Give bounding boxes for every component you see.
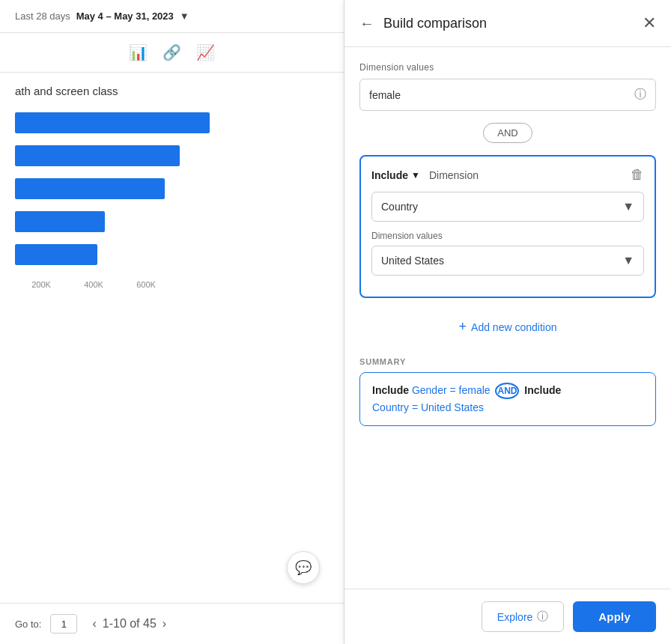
x-label-200k: 200K — [15, 280, 67, 289]
prev-chevron-icon[interactable]: ‹ — [92, 617, 96, 631]
chart-icon[interactable]: 📊 — [129, 43, 148, 61]
condition-header: Include ▼ Dimension 🗑 — [371, 167, 644, 183]
dim-values-label-1: Dimension values — [359, 62, 656, 73]
plus-icon: + — [459, 319, 467, 335]
summary-label: SUMMARY — [359, 357, 656, 366]
share-icon[interactable]: 🔗 — [163, 43, 181, 61]
bottom-bar: Go to: ‹ 1-10 of 45 › — [0, 603, 344, 644]
panel-footer: Explore ⓘ Apply — [344, 589, 671, 644]
bar-chart — [15, 111, 329, 274]
and-pill: AND — [483, 123, 532, 143]
include-label: Include — [371, 169, 408, 181]
summary-gender: Gender = female — [412, 384, 491, 396]
nav-chevrons: ‹ 1-10 of 45 › — [92, 617, 166, 631]
explore-label: Explore — [497, 611, 532, 623]
explore-button[interactable]: Explore ⓘ — [482, 601, 564, 632]
help-icon: ⓘ — [537, 610, 548, 624]
summary-and-circle: AND — [495, 383, 519, 399]
chart-title: ath and screen class — [15, 85, 329, 97]
add-condition-label: Add new condition — [471, 321, 556, 333]
bar-row — [15, 243, 329, 267]
bar-5 — [15, 244, 97, 265]
bar-2 — [15, 145, 180, 166]
dim-values-label-2: Dimension values — [371, 231, 644, 241]
right-panel: ← Build comparison ✕ Dimension values fe… — [344, 0, 671, 644]
panel-header: ← Build comparison ✕ — [344, 0, 671, 47]
feedback-icon: 💬 — [295, 559, 312, 576]
country-select-row[interactable]: Country ▼ — [371, 192, 644, 222]
trend-icon[interactable]: 📈 — [196, 43, 215, 61]
dimension-label: Dimension — [429, 169, 631, 181]
clear-dim-value-button[interactable]: ⓘ — [634, 87, 646, 103]
page-input[interactable] — [50, 614, 77, 634]
next-chevron-icon[interactable]: › — [163, 617, 166, 631]
panel-title: Build comparison — [383, 16, 634, 31]
summary-include1: Include — [372, 384, 409, 396]
bar-row — [15, 111, 329, 135]
x-label-600k: 600K — [120, 280, 172, 289]
left-panel: Last 28 days May 4 – May 31, 2023 ▼ 📊 🔗 … — [0, 0, 344, 644]
and-connector: AND — [359, 123, 656, 143]
condition-box: Include ▼ Dimension 🗑 Country ▼ Dimensio… — [359, 155, 656, 298]
summary-country: Country = United States — [372, 401, 484, 413]
bar-3 — [15, 178, 165, 199]
date-caret-icon[interactable]: ▼ — [180, 10, 189, 22]
include-caret-icon: ▼ — [411, 170, 420, 180]
us-select-row[interactable]: United States ▼ — [371, 246, 644, 276]
panel-back-button[interactable]: ← — [359, 15, 374, 32]
header-bar: Last 28 days May 4 – May 31, 2023 ▼ — [0, 0, 344, 33]
us-caret-icon: ▼ — [622, 254, 634, 267]
feedback-button[interactable]: 💬 — [287, 551, 320, 584]
include-dropdown-button[interactable]: Include ▼ — [371, 169, 420, 181]
country-select-text: Country — [381, 201, 622, 213]
apply-button[interactable]: Apply — [573, 601, 656, 632]
dim-value-text-1: female — [369, 89, 634, 101]
bar-row — [15, 144, 329, 168]
x-axis: 200K 400K 600K — [15, 274, 329, 289]
panel-body: Dimension values female ⓘ AND Include ▼ … — [344, 47, 671, 589]
dim-value-input-row-1: female ⓘ — [359, 79, 656, 111]
last28-label: Last 28 days — [15, 10, 70, 22]
summary-include2: Include — [524, 384, 561, 396]
summary-box: Include Gender = female AND Include Coun… — [359, 372, 656, 426]
bar-1 — [15, 112, 210, 133]
delete-condition-button[interactable]: 🗑 — [631, 167, 644, 183]
panel-close-button[interactable]: ✕ — [643, 13, 656, 33]
date-range-label: May 4 – May 31, 2023 — [76, 10, 174, 22]
add-condition-button[interactable]: + Add new condition — [359, 312, 656, 342]
go-to-label: Go to: — [15, 619, 41, 630]
bar-4 — [15, 211, 105, 232]
pagination-text: 1-10 of 45 — [103, 617, 157, 631]
bar-row — [15, 177, 329, 201]
chart-section: ath and screen class 200K 400K 600K — [0, 73, 344, 603]
country-caret-icon: ▼ — [622, 200, 634, 213]
bar-row — [15, 210, 329, 234]
us-select-text: United States — [381, 255, 622, 267]
x-label-400k: 400K — [67, 280, 120, 289]
toolbar: 📊 🔗 📈 — [0, 33, 344, 73]
summary-section: SUMMARY Include Gender = female AND Incl… — [359, 357, 656, 426]
